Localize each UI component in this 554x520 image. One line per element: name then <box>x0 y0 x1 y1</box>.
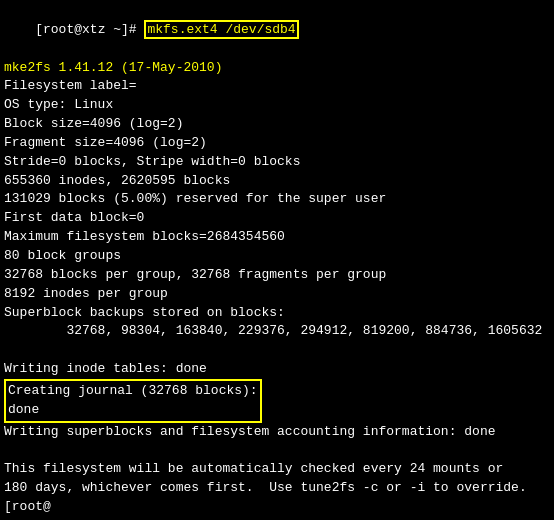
block-groups-line: 80 block groups <box>4 247 550 266</box>
first-data-line: First data block=0 <box>4 209 550 228</box>
blank-line-2 <box>4 441 550 460</box>
auto-check-line-1: This filesystem will be automatically ch… <box>4 460 550 479</box>
journal-line-2: done <box>8 401 258 420</box>
prompt-text: [root@xtz ~]# <box>35 22 144 37</box>
auto-check-line-2: 180 days, whichever comes first. Use tun… <box>4 479 550 498</box>
inodes-per-group-line: 8192 inodes per group <box>4 285 550 304</box>
blocks-per-group-line: 32768 blocks per group, 32768 fragments … <box>4 266 550 285</box>
stride-line: Stride=0 blocks, Stripe width=0 blocks <box>4 153 550 172</box>
blank-line-1 <box>4 341 550 360</box>
max-fs-line: Maximum filesystem blocks=2684354560 <box>4 228 550 247</box>
terminal-window: [root@xtz ~]# mkfs.ext4 /dev/sdb4 mke2fs… <box>0 0 554 520</box>
inodes-line: 655360 inodes, 2620595 blocks <box>4 172 550 191</box>
label-line: Filesystem label= <box>4 77 550 96</box>
writing-super-line: Writing superblocks and filesystem accou… <box>4 423 550 442</box>
version-line: mke2fs 1.41.12 (17-May-2010) <box>4 59 550 78</box>
block-size-line: Block size=4096 (log=2) <box>4 115 550 134</box>
reserved-line: 131029 blocks (5.00%) reserved for the s… <box>4 190 550 209</box>
superblock-list-line: 32768, 98304, 163840, 229376, 294912, 81… <box>4 322 550 341</box>
frag-size-line: Fragment size=4096 (log=2) <box>4 134 550 153</box>
cmd-mkfs: mkfs.ext4 /dev/sdb4 <box>144 20 298 39</box>
os-line: OS type: Linux <box>4 96 550 115</box>
journal-line-1: Creating journal (32768 blocks): <box>8 382 258 401</box>
inode-tables-line: Writing inode tables: done <box>4 360 550 379</box>
superblock-backups-line: Superblock backups stored on blocks: <box>4 304 550 323</box>
end-prompt-line: [root@ <box>4 498 550 517</box>
